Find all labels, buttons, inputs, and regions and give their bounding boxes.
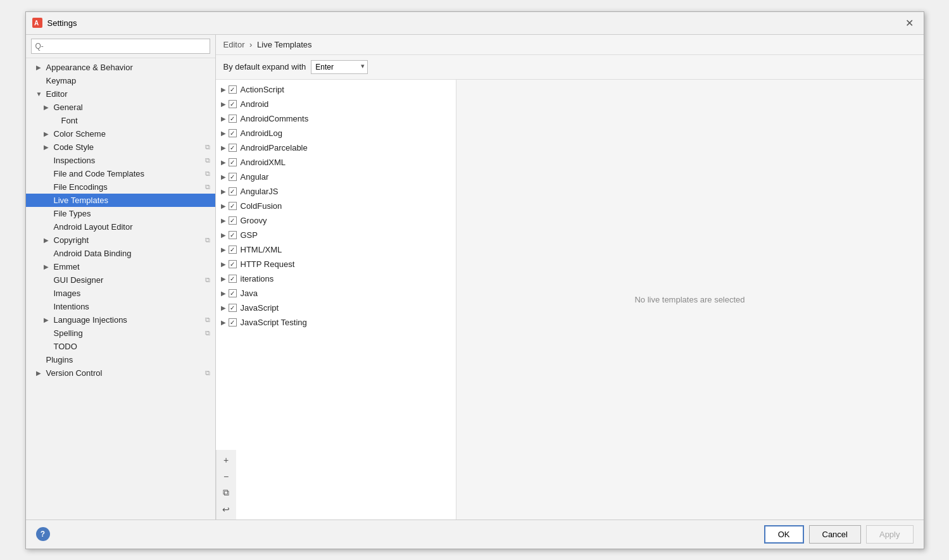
main-body: ▶ Appearance & Behavior Keymap ▼ Editor … xyxy=(26,35,924,520)
chevron-icon: ▶ xyxy=(44,130,53,137)
sidebar-item-code-style[interactable]: ▶ Code Style ⧉ xyxy=(26,140,215,154)
list-item[interactable]: ▶ ActionScript xyxy=(216,82,456,97)
list-item[interactable]: ▶ AndroidComments xyxy=(216,111,456,126)
sidebar-item-emmet[interactable]: ▶ Emmet xyxy=(26,260,215,273)
template-checkbox[interactable] xyxy=(229,173,237,181)
close-button[interactable]: ✕ xyxy=(902,16,917,30)
template-checkbox[interactable] xyxy=(229,289,237,297)
sidebar-item-todo[interactable]: TODO xyxy=(26,340,215,353)
list-item[interactable]: ▶ Java xyxy=(216,286,456,301)
template-group-name: iterations xyxy=(241,274,274,283)
template-group-name: HTTP Request xyxy=(241,259,295,269)
sidebar-item-general[interactable]: ▶ General xyxy=(26,101,215,114)
chevron-icon: ▶ xyxy=(221,101,226,108)
copy-icon: ⧉ xyxy=(205,329,210,337)
template-group-name: Android xyxy=(241,99,269,109)
help-button[interactable]: ? xyxy=(36,527,50,541)
chevron-icon: ▶ xyxy=(36,370,45,376)
template-checkbox[interactable] xyxy=(229,187,237,196)
template-checkbox[interactable] xyxy=(229,115,237,123)
apply-button[interactable]: Apply xyxy=(866,525,914,544)
template-checkbox[interactable] xyxy=(229,231,237,239)
ok-button[interactable]: OK xyxy=(764,525,804,544)
chevron-icon: ▶ xyxy=(221,188,226,195)
copy-button[interactable]: ⧉ xyxy=(218,485,234,501)
sidebar-item-font[interactable]: Font xyxy=(26,114,215,127)
bottom-bar: ? OK Cancel Apply xyxy=(26,520,924,549)
sidebar-item-file-types[interactable]: File Types xyxy=(26,207,215,220)
list-item[interactable]: ▶ AndroidXML xyxy=(216,155,456,170)
sidebar-item-label: TODO xyxy=(54,342,77,351)
template-checkbox[interactable] xyxy=(229,158,237,166)
sidebar-item-file-encodings[interactable]: File Encodings ⧉ xyxy=(26,180,215,194)
sidebar-item-label: Version Control xyxy=(46,368,103,378)
nav-tree: ▶ Appearance & Behavior Keymap ▼ Editor … xyxy=(26,58,215,520)
template-checkbox[interactable] xyxy=(229,260,237,268)
chevron-icon: ▶ xyxy=(221,275,226,282)
sidebar-item-intentions[interactable]: Intentions xyxy=(26,300,215,313)
sidebar-item-gui-designer[interactable]: GUI Designer ⧉ xyxy=(26,273,215,287)
sidebar-item-spelling[interactable]: Spelling ⧉ xyxy=(26,327,215,340)
template-group-name: AndroidParcelable xyxy=(241,143,308,152)
list-item[interactable]: ▶ Groovy xyxy=(216,213,456,228)
sidebar-item-language-injections[interactable]: ▶ Language Injections ⧉ xyxy=(26,313,215,327)
template-checkbox[interactable] xyxy=(229,216,237,225)
list-item[interactable]: ▶ JavaScript xyxy=(216,301,456,315)
sidebar-item-version-control[interactable]: ▶ Version Control ⧉ xyxy=(26,366,215,380)
list-item[interactable]: ▶ AngularJS xyxy=(216,184,456,199)
chevron-icon: ▶ xyxy=(221,144,226,151)
template-checkbox[interactable] xyxy=(229,275,237,283)
sidebar-item-copyright[interactable]: ▶ Copyright ⧉ xyxy=(26,233,215,247)
sidebar-item-editor[interactable]: ▼ Editor xyxy=(26,87,215,101)
sidebar-item-file-code-templates[interactable]: File and Code Templates ⧉ xyxy=(26,167,215,180)
breadcrumb: Editor › Live Templates xyxy=(216,35,924,55)
template-group-name: AngularJS xyxy=(241,187,279,196)
sidebar-item-label: Live Templates xyxy=(54,196,108,205)
add-button[interactable]: + xyxy=(218,452,234,468)
template-checkbox[interactable] xyxy=(229,202,237,210)
sidebar-item-color-scheme[interactable]: ▶ Color Scheme xyxy=(26,127,215,140)
list-item[interactable]: ▶ HTTP Request xyxy=(216,257,456,271)
list-item[interactable]: ▶ GSP xyxy=(216,228,456,242)
list-item[interactable]: ▶ iterations xyxy=(216,271,456,286)
template-checkbox[interactable] xyxy=(229,144,237,152)
template-checkbox[interactable] xyxy=(229,100,237,108)
list-item[interactable]: ▶ HTML/XML xyxy=(216,242,456,257)
copy-icon: ⧉ xyxy=(205,170,210,178)
settings-dialog: A Settings ✕ ▶ Appearance & Behavior K xyxy=(25,11,924,549)
search-box xyxy=(26,35,215,58)
sidebar-item-label: Keymap xyxy=(46,76,77,85)
search-input[interactable] xyxy=(31,39,210,54)
list-item[interactable]: ▶ ColdFusion xyxy=(216,199,456,213)
remove-button[interactable]: − xyxy=(218,469,234,484)
sidebar-item-images[interactable]: Images xyxy=(26,287,215,300)
undo-button[interactable]: ↩ xyxy=(218,502,234,517)
chevron-icon: ▶ xyxy=(221,246,226,253)
sidebar-item-inspections[interactable]: Inspections ⧉ xyxy=(26,154,215,167)
chevron-spacer xyxy=(44,250,53,257)
template-group-name: Groovy xyxy=(241,216,267,225)
list-item[interactable]: ▶ Angular xyxy=(216,170,456,184)
template-checkbox[interactable] xyxy=(229,129,237,137)
copy-icon: ⧉ xyxy=(205,369,210,377)
sidebar-item-plugins[interactable]: Plugins xyxy=(26,353,215,366)
list-item[interactable]: ▶ AndroidLog xyxy=(216,126,456,140)
sidebar-item-label: Emmet xyxy=(54,262,80,271)
list-item[interactable]: ▶ Android xyxy=(216,97,456,111)
sidebar-item-android-layout-editor[interactable]: Android Layout Editor xyxy=(26,220,215,233)
template-checkbox[interactable] xyxy=(229,85,237,94)
expand-with-select[interactable]: Enter Tab Space xyxy=(311,60,368,74)
list-item[interactable]: ▶ JavaScript Testing xyxy=(216,315,456,330)
chevron-icon: ▶ xyxy=(221,115,226,122)
sidebar-item-live-templates[interactable]: Live Templates xyxy=(26,194,215,207)
list-item[interactable]: ▶ AndroidParcelable xyxy=(216,140,456,155)
expand-select-wrapper: Enter Tab Space xyxy=(311,60,368,74)
sidebar-item-keymap[interactable]: Keymap xyxy=(26,74,215,87)
template-checkbox[interactable] xyxy=(229,304,237,312)
sidebar-item-appearance[interactable]: ▶ Appearance & Behavior xyxy=(26,61,215,74)
template-checkbox[interactable] xyxy=(229,318,237,327)
template-checkbox[interactable] xyxy=(229,246,237,254)
sidebar-item-android-data-binding[interactable]: Android Data Binding xyxy=(26,247,215,260)
sidebar-item-label: File and Code Templates xyxy=(54,169,145,178)
cancel-button[interactable]: Cancel xyxy=(809,525,861,544)
